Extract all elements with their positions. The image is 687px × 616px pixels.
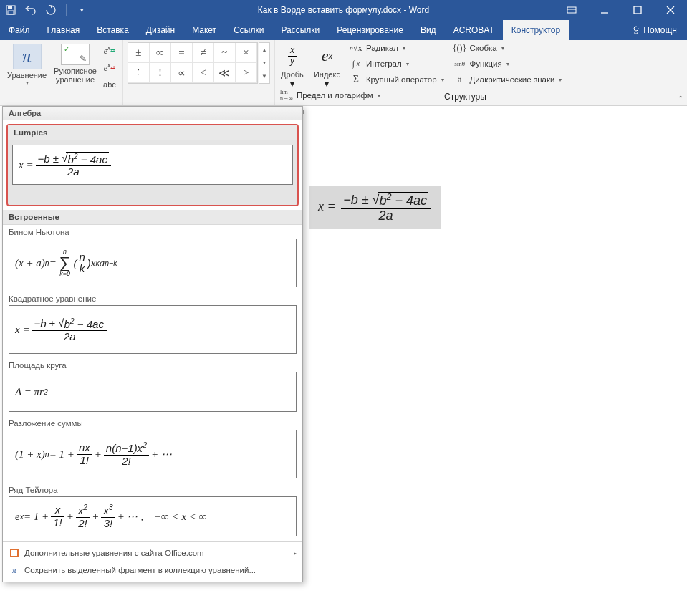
limlog-label: Предел и логарифм <box>297 91 373 100</box>
fraction-label: Дробь <box>281 70 304 79</box>
bracket-label: Скобка <box>470 44 497 52</box>
equation-preview-sumexp: (1 + x)n = 1 + nx1! + n(n−1)x22! + ⋯ <box>9 430 297 478</box>
large-op-label: Крупный оператор <box>366 75 437 84</box>
sym-up[interactable]: ▴ <box>259 43 269 57</box>
gallery-item-binom-label: Бином Ньютона <box>9 228 297 236</box>
gallery-item-taylor-label: Ряд Тейлора <box>9 486 297 494</box>
gallery-item-circle[interactable]: Площадь круга A = πr2 <box>3 358 302 416</box>
tab-constructor[interactable]: Конструктор <box>503 20 569 40</box>
save-selection-link[interactable]: π Сохранить выделенный фрагмент в коллек… <box>3 562 302 579</box>
function-icon: sinθ <box>453 58 467 69</box>
gallery-header: Алгебра <box>3 107 302 120</box>
group-structures: xy Дробь▾ ex Индекс▾ n√xРадикал▾ ∫-xИнте… <box>275 40 674 105</box>
svg-rect-4 <box>634 6 641 14</box>
tab-references[interactable]: Ссылки <box>225 20 272 40</box>
equation-label: Уравнение <box>7 71 47 80</box>
index-icon: ex <box>314 43 340 69</box>
integral-label: Интеграл <box>366 59 402 68</box>
fraction-button[interactable]: xy Дробь▾ <box>279 42 305 89</box>
index-button[interactable]: ex Индекс▾ <box>314 42 340 89</box>
equation-button[interactable]: π Уравнение ▾ <box>4 42 49 87</box>
ribbon-collapse-button[interactable]: ⌃ <box>674 40 687 105</box>
more-equations-link[interactable]: Дополнительные уравнения с сайта Office.… <box>3 544 302 562</box>
sym-times[interactable]: × <box>236 43 257 63</box>
minimize-button[interactable] <box>588 0 621 20</box>
pi-small-icon: π <box>9 564 20 576</box>
symbol-grid: ± ∞ = ≠ ~ × ÷ ! ∝ < ≪ > <box>128 42 258 84</box>
sym-gt[interactable]: > <box>236 63 257 83</box>
tab-review[interactable]: Рецензирование <box>328 20 412 40</box>
quick-access-toolbar: ▾ <box>0 4 88 16</box>
lightbulb-icon <box>632 26 640 34</box>
ink-equation-button[interactable]: Рукописное уравнение <box>51 42 100 85</box>
integral-button[interactable]: ∫-xИнтеграл▾ <box>349 57 444 70</box>
bracket-button[interactable]: {()}Скобка▾ <box>453 42 562 54</box>
save-selection-label: Сохранить выделенный фрагмент в коллекци… <box>24 566 256 574</box>
bracket-icon: {()} <box>453 42 467 54</box>
radical-button[interactable]: n√xРадикал▾ <box>349 42 444 54</box>
svg-point-5 <box>634 27 638 31</box>
more-equations-label: Дополнительные уравнения с сайта Office.… <box>24 549 204 557</box>
large-op-button[interactable]: ΣКрупный оператор▾ <box>349 73 444 86</box>
tell-me-label: Помощн <box>643 25 677 35</box>
tab-design[interactable]: Дизайн <box>138 20 183 40</box>
tab-view[interactable]: Вид <box>412 20 445 40</box>
sym-tilde[interactable]: ~ <box>214 43 236 63</box>
redo-button[interactable] <box>44 4 57 16</box>
sym-fact[interactable]: ! <box>150 63 171 83</box>
undo-button[interactable] <box>24 4 37 16</box>
diacritic-button[interactable]: äДиакритические знаки▾ <box>453 73 562 86</box>
sym-ll[interactable]: ≪ <box>214 63 236 83</box>
tab-layout[interactable]: Макет <box>183 20 225 40</box>
equation-preview-binom: (x + a)n = n∑k=0 (nk) xkan−k <box>9 239 297 287</box>
sym-prop[interactable]: ∝ <box>171 63 193 83</box>
equation-preview-taylor: ex = 1 + x1! + x22! + x33! + ⋯ , −∞ < x … <box>9 496 297 536</box>
gallery-item-circle-label: Площадь круга <box>9 361 297 370</box>
linear-button[interactable]: ex⇄ <box>101 59 118 75</box>
professional-button[interactable]: ex⇄ <box>101 42 118 58</box>
ribbon-options-button[interactable] <box>555 0 588 20</box>
fraction-icon: xy <box>279 43 305 69</box>
limlog-button[interactable]: limn→∞Предел и логарифм▾ <box>279 89 380 102</box>
gallery-item-binom[interactable]: Бином Ньютона (x + a)n = n∑k=0 (nk) xkan… <box>3 225 302 292</box>
maximize-button[interactable] <box>621 0 654 20</box>
sym-neq[interactable]: ≠ <box>193 43 214 63</box>
diacritic-icon: ä <box>453 74 467 85</box>
sym-more[interactable]: ▼ <box>259 69 269 83</box>
gallery-item-quad[interactable]: Квадратное уравнение x = −b ± b2 − 4ac2a <box>3 292 302 358</box>
gallery-item-sumexp[interactable]: Разложение суммы (1 + x)n = 1 + nx1! + n… <box>3 416 302 483</box>
sym-pm[interactable]: ± <box>128 43 150 63</box>
tab-mailings[interactable]: Рассылки <box>272 20 328 40</box>
gallery-category-builtin: Встроенные <box>3 210 302 225</box>
sym-div[interactable]: ÷ <box>128 63 150 83</box>
sym-eq[interactable]: = <box>171 43 193 63</box>
gallery-item-lumpics[interactable]: Lumpics x = −b ± b2 − 4ac2a <box>6 124 299 206</box>
normal-text-button[interactable]: abc <box>101 77 118 92</box>
save-button[interactable] <box>4 4 17 16</box>
function-button[interactable]: sinθФункция▾ <box>453 57 562 70</box>
tab-file[interactable]: Файл <box>0 20 39 40</box>
tab-home[interactable]: Главная <box>39 20 89 40</box>
document-area[interactable]: x = −b ± b2 − 4ac2a <box>304 109 684 613</box>
gallery-footer: Дополнительные уравнения с сайта Office.… <box>3 541 302 582</box>
gallery-category-lumpics: Lumpics <box>8 125 297 140</box>
structures-group-label: Структуры <box>444 92 486 102</box>
qat-customize-button[interactable]: ▾ <box>75 4 88 16</box>
sigma-icon: Σ <box>349 74 363 85</box>
ribbon: π Уравнение ▾ Рукописное уравнение ex⇄ e… <box>0 40 687 106</box>
equation-preview-circle: A = πr2 <box>9 372 297 412</box>
close-button[interactable] <box>654 0 687 20</box>
sym-lt[interactable]: < <box>193 63 214 83</box>
svg-rect-2 <box>8 11 14 14</box>
integral-icon: ∫-x <box>349 58 363 69</box>
gallery-item-taylor[interactable]: Ряд Тейлора ex = 1 + x1! + x22! + x33! +… <box>3 483 302 541</box>
tab-insert[interactable]: Вставка <box>88 20 138 40</box>
office-icon <box>9 547 20 559</box>
tab-acrobat[interactable]: ACROBAT <box>445 20 503 40</box>
document-equation[interactable]: x = −b ± b2 − 4ac2a <box>309 186 441 229</box>
sym-down[interactable]: ▾ <box>259 57 269 70</box>
sym-inf[interactable]: ∞ <box>150 43 171 63</box>
tell-me-button[interactable]: Помощн <box>623 20 687 40</box>
gallery-item-quad-label: Квадратное уравнение <box>9 294 297 303</box>
svg-rect-1 <box>8 6 12 9</box>
